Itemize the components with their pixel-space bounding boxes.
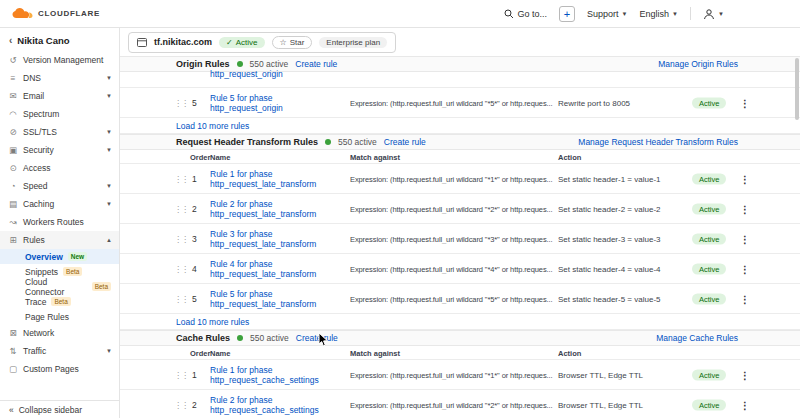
column-order: Order	[190, 348, 210, 357]
sidebar-item-page-rules[interactable]: Page Rules	[0, 309, 119, 324]
sidebar-item-label: SSL/TLS	[23, 127, 57, 137]
sidebar-item-network[interactable]: ⊠ Network	[0, 324, 119, 342]
create-rule-link[interactable]: Create rule	[295, 59, 337, 69]
kebab-menu-icon[interactable]: ⋮	[740, 97, 750, 108]
sidebar-item-rules-overview[interactable]: Overview New	[0, 249, 119, 264]
status-badge: Active	[692, 399, 726, 410]
rule-order: 3	[192, 234, 197, 244]
rules-icon: ⊞	[8, 235, 18, 245]
sidebar-item-label: Workers Routes	[23, 217, 84, 227]
load-more-link[interactable]: Load 10 more rules	[176, 121, 249, 131]
rule-name-link[interactable]: Rule 5 for phasehttp_request_late_transf…	[210, 288, 348, 309]
sidebar: ‹ Nikita Cano ↺ Version Management ≡ DNS…	[0, 28, 120, 418]
sidebar-item-security[interactable]: ▣ Security ▼	[0, 141, 119, 159]
user-menu[interactable]: ▼	[703, 8, 724, 20]
sidebar-item-spectrum[interactable]: ◠ Spectrum	[0, 105, 119, 123]
sidebar-item-email[interactable]: ✉ Email ▼	[0, 87, 119, 105]
chevron-down-icon: ▼	[106, 129, 112, 135]
account-switcher[interactable]: ‹ Nikita Cano	[0, 28, 119, 51]
sidebar-item-workers-routes[interactable]: ↝ Workers Routes	[0, 213, 119, 231]
sidebar-item-version-management[interactable]: ↺ Version Management	[0, 51, 119, 69]
goto-search[interactable]: Go to...	[504, 9, 548, 19]
rule-action: Set static header-1 = value-1	[558, 174, 686, 183]
sidebar-item-trace[interactable]: Trace Beta	[0, 294, 119, 309]
rule-name-link[interactable]: Rule 1 for phasehttp_request_cache_setti…	[210, 364, 348, 385]
plan-badge: Enterprise plan	[319, 37, 387, 48]
rule-action: Browser TTL, Edge TTL	[558, 400, 686, 409]
kebab-menu-icon[interactable]: ⋮	[740, 369, 750, 380]
manage-header-transform-rules-link[interactable]: Manage Request Header Transform Rules	[578, 137, 738, 147]
drag-handle-icon[interactable]: ⋮⋮	[174, 174, 188, 183]
rule-name-link[interactable]: Rule 1 for phasehttp_request_late_transf…	[210, 168, 348, 189]
rule-name-link[interactable]: Rule 2 for phasehttp_request_late_transf…	[210, 198, 348, 219]
sidebar-item-speed[interactable]: ◔ Speed ▼	[0, 177, 119, 195]
sidebar-item-custom-pages[interactable]: ▢ Custom Pages	[0, 360, 119, 378]
rule-name-link[interactable]: http_request_origin	[210, 69, 283, 79]
rule-order: 5	[192, 294, 197, 304]
rule-name-link[interactable]: Rule 5 for phasehttp_request_origin	[210, 92, 348, 113]
drag-handle-icon[interactable]: ⋮⋮	[174, 294, 188, 303]
rule-expression: Expression: (http.request.full_uri wildc…	[350, 370, 556, 379]
star-button[interactable]: ☆Star	[272, 36, 313, 49]
origin-rules-section: Origin Rules 550 active Create rule Mana…	[120, 56, 800, 134]
sidebar-item-dns[interactable]: ≡ DNS ▼	[0, 69, 119, 87]
workers-routes-icon: ↝	[8, 217, 18, 227]
sidebar-item-cloud-connector[interactable]: Cloud Connector Beta	[0, 279, 119, 294]
load-more-link[interactable]: Load 10 more rules	[176, 317, 249, 327]
manage-cache-rules-link[interactable]: Manage Cache Rules	[656, 333, 738, 343]
create-rule-link[interactable]: Create rule	[296, 333, 338, 343]
kebab-menu-icon[interactable]: ⋮	[740, 263, 750, 274]
language-menu[interactable]: English ▼	[640, 9, 678, 19]
rule-order: 1	[192, 174, 197, 184]
sidebar-item-caching[interactable]: ▤ Caching ▼	[0, 195, 119, 213]
section-title: Request Header Transform Rules	[176, 137, 318, 147]
rule-action: Set static header-3 = value-3	[558, 234, 686, 243]
create-rule-link[interactable]: Create rule	[384, 137, 426, 147]
sidebar-item-label: Page Rules	[25, 312, 69, 322]
add-button[interactable]: +	[559, 6, 575, 22]
support-menu[interactable]: Support ▼	[587, 9, 627, 19]
drag-handle-icon[interactable]: ⋮⋮	[174, 204, 188, 213]
security-icon: ▣	[8, 145, 18, 155]
rule-name-link[interactable]: Rule 2 for phasehttp_request_cache_setti…	[210, 394, 348, 415]
version-management-icon: ↺	[8, 55, 18, 65]
rule-action: Browser TTL, Edge TTL	[558, 370, 686, 379]
table-row: ⋮⋮ 1 Rule 1 for phasehttp_request_cache_…	[120, 360, 800, 390]
table-row: ⋮⋮ 3 Rule 3 for phasehttp_request_late_t…	[120, 224, 800, 254]
domain-box: tf.nikitac.com ✓Active ☆Star Enterprise …	[128, 32, 396, 53]
drag-handle-icon[interactable]: ⋮⋮	[174, 98, 188, 107]
load-more-row: Load 10 more rules	[120, 314, 800, 330]
drag-handle-icon[interactable]: ⋮⋮	[174, 234, 188, 243]
rule-name-link[interactable]: Rule 4 for phasehttp_request_late_transf…	[210, 258, 348, 279]
manage-origin-rules-link[interactable]: Manage Origin Rules	[658, 59, 738, 69]
kebab-menu-icon[interactable]: ⋮	[740, 293, 750, 304]
section-title: Cache Rules	[176, 333, 230, 343]
kebab-menu-icon[interactable]: ⋮	[740, 233, 750, 244]
rule-action: Set static header-2 = value-2	[558, 204, 686, 213]
new-badge: New	[68, 252, 87, 261]
kebab-menu-icon[interactable]: ⋮	[740, 399, 750, 410]
dns-icon: ≡	[8, 73, 18, 83]
collapse-sidebar-button[interactable]: « Collapse sidebar	[0, 400, 119, 418]
sidebar-item-access[interactable]: ⊙ Access	[0, 159, 119, 177]
sidebar-item-label: Spectrum	[23, 109, 59, 119]
sidebar-item-traffic[interactable]: ⇅ Traffic ▼	[0, 342, 119, 360]
scrollbar[interactable]	[795, 58, 799, 120]
active-count: 550 active	[250, 59, 289, 69]
status-badge: Active	[692, 203, 726, 214]
cloudflare-logo[interactable]: CLOUDFLARE	[12, 8, 100, 19]
rule-name-link[interactable]: Rule 3 for phasehttp_request_late_transf…	[210, 228, 348, 249]
chevron-down-icon: ▼	[718, 11, 724, 17]
support-label: Support	[587, 9, 619, 19]
beta-badge: Beta	[63, 267, 82, 276]
sidebar-item-rules[interactable]: ⊞ Rules ▲	[0, 231, 119, 249]
sidebar-item-label: Speed	[23, 181, 48, 191]
drag-handle-icon[interactable]: ⋮⋮	[174, 370, 188, 379]
website-icon	[137, 38, 147, 47]
chevron-down-icon: ▼	[106, 75, 112, 81]
drag-handle-icon[interactable]: ⋮⋮	[174, 264, 188, 273]
drag-handle-icon[interactable]: ⋮⋮	[174, 400, 188, 409]
sidebar-item-ssl-tls[interactable]: ⊘ SSL/TLS ▼	[0, 123, 119, 141]
kebab-menu-icon[interactable]: ⋮	[740, 173, 750, 184]
kebab-menu-icon[interactable]: ⋮	[740, 203, 750, 214]
